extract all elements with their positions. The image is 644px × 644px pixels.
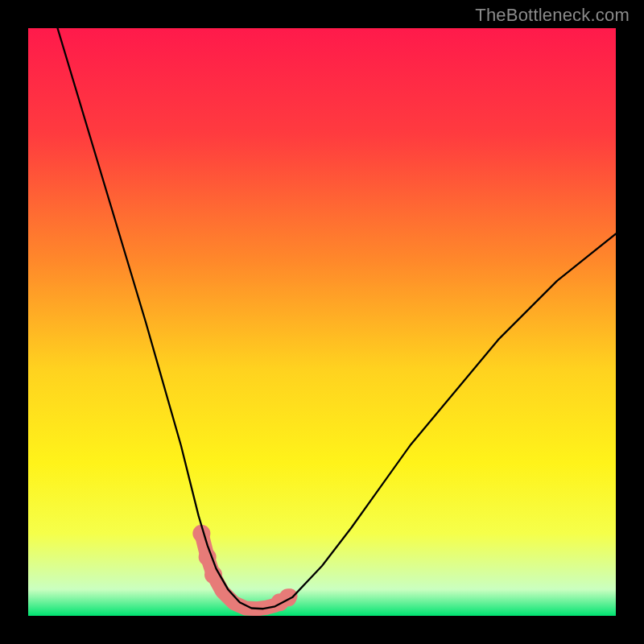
plot-area — [28, 28, 616, 616]
chart-container: TheBottleneck.com — [0, 0, 644, 644]
gradient-background — [28, 28, 616, 616]
watermark-text: TheBottleneck.com — [475, 5, 630, 26]
chart-svg — [28, 28, 616, 616]
